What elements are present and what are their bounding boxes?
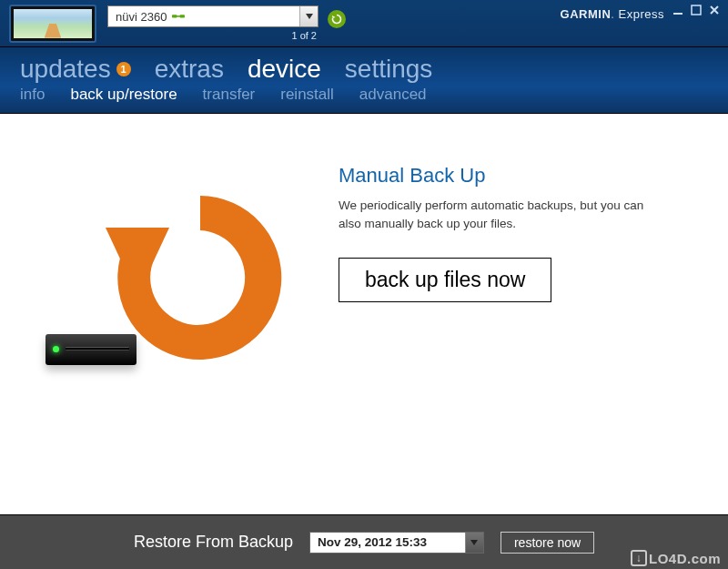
tab-device[interactable]: device xyxy=(248,55,321,84)
disk-icon xyxy=(46,334,136,365)
tab-settings[interactable]: settings xyxy=(345,55,433,84)
backup-now-button[interactable]: back up files now xyxy=(339,258,551,302)
svg-rect-3 xyxy=(673,13,682,15)
connected-icon xyxy=(172,13,185,20)
svg-rect-0 xyxy=(172,15,177,17)
subtab-transfer[interactable]: transfer xyxy=(203,86,256,104)
device-name-text: nüvi 2360 xyxy=(116,10,167,24)
restore-dropdown-button[interactable] xyxy=(465,533,483,553)
maximize-button[interactable] xyxy=(690,4,703,16)
svg-rect-4 xyxy=(692,5,701,15)
svg-rect-2 xyxy=(177,15,181,17)
title-bar: nüvi 2360 1 of 2 GARMIN. Express xyxy=(0,0,728,47)
brand-logo: GARMIN. Express xyxy=(561,7,664,21)
tab-label: updates xyxy=(20,55,111,84)
main-content: Manual Back Up We periodically perform a… xyxy=(0,114,728,514)
backup-title: Manual Back Up xyxy=(339,164,692,188)
footer: Restore From Backup Nov 29, 2012 15:33 r… xyxy=(0,514,728,569)
backup-graphic xyxy=(46,150,318,405)
watermark: ↓ LO4D.com xyxy=(631,550,721,566)
subtab-reinstall[interactable]: reinstall xyxy=(280,86,334,104)
tab-extras[interactable]: extras xyxy=(155,55,224,84)
device-dropdown-button[interactable] xyxy=(299,6,318,26)
navigation: updates 1 extras device settings info ba… xyxy=(0,47,728,114)
device-count-text: 1 of 2 xyxy=(291,30,317,41)
restore-date-selector[interactable]: Nov 29, 2012 15:33 xyxy=(309,532,484,554)
subtab-advanced[interactable]: advanced xyxy=(359,86,427,104)
download-icon: ↓ xyxy=(631,550,647,566)
close-button[interactable] xyxy=(708,4,721,16)
updates-badge: 1 xyxy=(116,62,131,76)
tab-updates[interactable]: updates 1 xyxy=(20,55,131,84)
refresh-icon[interactable] xyxy=(328,10,346,28)
backup-description: We periodically perform automatic backup… xyxy=(339,197,648,232)
restore-label: Restore From Backup xyxy=(134,533,293,552)
restore-now-button[interactable]: restore now xyxy=(500,532,594,554)
subtab-backup-restore[interactable]: back up/restore xyxy=(70,86,177,104)
device-selector[interactable]: nüvi 2360 xyxy=(107,5,318,27)
svg-rect-1 xyxy=(180,15,185,17)
subtab-info[interactable]: info xyxy=(20,86,45,104)
restore-date-value: Nov 29, 2012 15:33 xyxy=(310,535,465,549)
device-thumbnail[interactable] xyxy=(9,5,96,43)
minimize-button[interactable] xyxy=(672,4,684,16)
